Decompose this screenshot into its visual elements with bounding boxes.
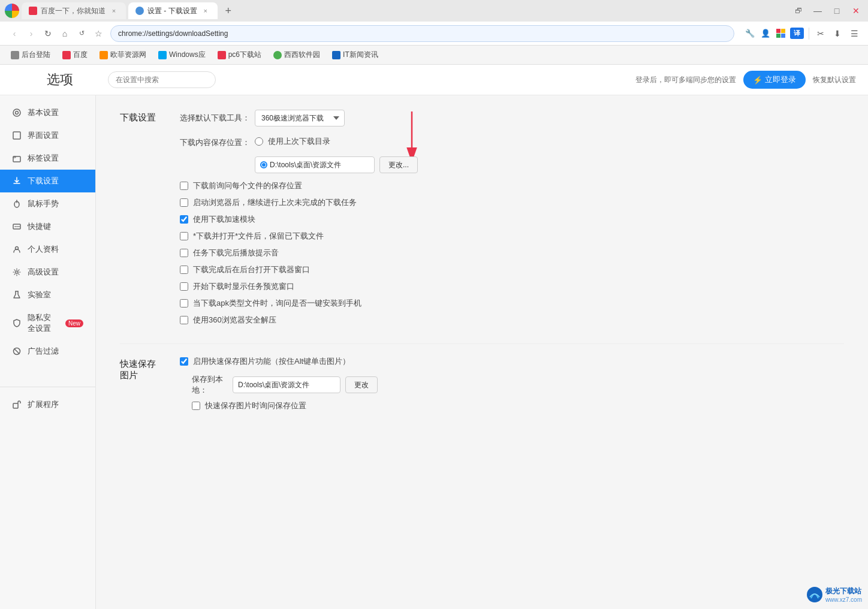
window-maximize-icon[interactable]: □ [830, 4, 844, 18]
nav-item-profile[interactable]: 个人资料 [0, 238, 95, 261]
nav-item-extensions[interactable]: 扩展程序 [0, 393, 95, 416]
nav-favorites-button[interactable]: ☆ [91, 26, 106, 41]
tab-close-baidu[interactable]: × [109, 6, 119, 16]
tab-favicon-settings [135, 7, 144, 15]
checkbox-resume-download[interactable] [180, 198, 188, 207]
nav-item-adfilter[interactable]: 广告过滤 [0, 340, 95, 363]
quick-save-change-button[interactable]: 更改 [345, 376, 378, 393]
menu-icon[interactable]: ☰ [848, 27, 861, 40]
tab-settings[interactable]: 设置 - 下载设置 × [128, 2, 218, 19]
bookmark-xiruan[interactable]: 西西软件园 [269, 48, 325, 62]
extension-icon[interactable]: 🔧 [744, 28, 756, 40]
quick-save-path-input[interactable] [233, 376, 340, 393]
new-tab-button[interactable]: + [220, 2, 237, 19]
checkbox-keep-file[interactable] [180, 232, 188, 240]
section-divider [120, 343, 844, 344]
nav-item-tabs[interactable]: 标签设置 [0, 147, 95, 170]
scissors-icon[interactable]: ✂ [814, 27, 827, 40]
quick-save-enable-label: 启用快速保存图片功能（按住Alt键单击图片） [193, 356, 350, 367]
svg-rect-9 [13, 403, 18, 408]
nav-adfilter-label: 广告过滤 [28, 346, 59, 357]
nav-history-button[interactable]: ↺ [74, 26, 89, 41]
tab-baidu[interactable]: 百度一下，你就知道 × [22, 2, 126, 19]
checkbox-row-4: 任务下载完后播放提示音 [180, 248, 844, 258]
bookmark-oufeijy[interactable]: 欧菲资源网 [95, 48, 151, 62]
save-to-label-text: 保存到本地： [192, 374, 228, 396]
checkbox-quick-save-ask-label: 快速保存图片时询问保存位置 [205, 400, 306, 411]
address-bar-input[interactable] [110, 25, 734, 42]
checkbox-accelerate-label: 使用下载加速模块 [193, 214, 255, 225]
nav-item-interface[interactable]: 界面设置 [0, 124, 95, 147]
nav-basic-label: 基本设置 [28, 107, 59, 118]
tab-settings-icon [12, 153, 22, 163]
checkbox-ask-save[interactable] [180, 182, 188, 190]
checkbox-bg-window[interactable] [180, 266, 188, 274]
restore-default-button[interactable]: 恢复默认设置 [813, 75, 856, 85]
checkbox-row-7: 当下载apk类型文件时，询问是否一键安装到手机 [180, 298, 844, 309]
download-checkbox-list: 下载前询问每个文件的保存位置 启动浏览器后，继续进行上次未完成的下载任务 使用下… [180, 180, 844, 325]
window-restore-icon[interactable]: 🗗 [791, 4, 806, 18]
bookmark-baidu[interactable]: 百度 [58, 48, 92, 62]
shortcut-icon [12, 222, 22, 231]
bookmark-it[interactable]: IT新闻资讯 [327, 48, 383, 62]
checkbox-ask-save-label: 下载前询问每个文件的保存位置 [193, 180, 302, 191]
watermark-logo-icon [806, 586, 823, 603]
nav-item-basic[interactable]: 基本设置 [0, 101, 95, 124]
bookmark-it-icon [332, 51, 340, 59]
nav-item-shortcut[interactable]: 快捷键 [0, 215, 95, 238]
bookmark-windows[interactable]: Windows应 [153, 48, 210, 62]
path-radio-indicator [260, 161, 267, 168]
checkbox-accelerate[interactable] [180, 215, 188, 224]
checkbox-apk-install[interactable] [180, 299, 188, 307]
nav-forward-button[interactable]: › [24, 26, 38, 41]
nav-item-advanced[interactable]: 高级设置 [0, 261, 95, 284]
checkbox-row-2: 使用下载加速模块 [180, 214, 844, 225]
svg-rect-2 [13, 132, 20, 139]
download-settings-icon [12, 176, 22, 186]
translate-button[interactable]: 译 [790, 28, 804, 39]
checkbox-row-3: *下载并打开*文件后，保留已下载文件 [180, 231, 844, 242]
browser-logo [5, 4, 19, 18]
tab-close-settings[interactable]: × [201, 6, 210, 16]
settings-search-input[interactable] [108, 71, 216, 88]
immediate-login-button[interactable]: ⚡ 立即登录 [743, 71, 806, 89]
nav-home-button[interactable]: ⌂ [58, 26, 72, 41]
path-row: D:\tools\桌面\资源文件 更改... [255, 156, 418, 173]
nav-item-mouse[interactable]: 鼠标手势 [0, 192, 95, 215]
nav-item-lab[interactable]: 实验室 [0, 284, 95, 306]
quick-save-section: 快速保存图片 启用快速保存图片功能（按住Alt键单击图片） 保存到本地： 更改 [120, 356, 844, 411]
bookmark-xiruan-label: 西西软件园 [284, 50, 320, 60]
radio-last-dir-input[interactable] [255, 137, 263, 146]
checkbox-row-0: 下载前询问每个文件的保存位置 [180, 180, 844, 191]
nav-back-button[interactable]: ‹ [7, 26, 22, 41]
extensions-icon [12, 400, 22, 409]
bookmark-oufeijy-icon [100, 51, 108, 59]
checkbox-quick-save-enable[interactable] [180, 357, 188, 366]
download-icon[interactable]: ⬇ [831, 27, 844, 40]
nav-refresh-button[interactable]: ↻ [41, 26, 55, 41]
window-close-icon[interactable]: ✕ [849, 4, 863, 18]
checkbox-quick-save-ask[interactable] [192, 402, 200, 410]
profile-icon[interactable]: 👤 [760, 28, 771, 40]
checkbox-safe-unzip[interactable] [180, 316, 188, 324]
privacy-badge: New [65, 319, 83, 327]
save-to-row: 保存到本地： 更改 [192, 374, 844, 396]
toolbar-separator [809, 28, 809, 40]
tab-title-settings: 设置 - 下载设置 [147, 6, 197, 16]
checkbox-preview[interactable] [180, 282, 188, 291]
bookmark-pc6-icon [218, 51, 226, 59]
change-path-button[interactable]: 更改... [379, 156, 418, 173]
bookmark-pc6[interactable]: pc6下载站 [213, 48, 266, 62]
download-tool-select[interactable]: 360极速浏览器下载 [255, 110, 345, 126]
settings-page-title: 选项 [47, 71, 73, 89]
bookmark-admin[interactable]: 后台登陆 [6, 48, 55, 62]
change-btn-container: 更改... [379, 156, 418, 173]
checkbox-play-sound[interactable] [180, 249, 188, 257]
nav-item-privacy[interactable]: 隐私安全设置 New [0, 306, 95, 340]
tab-title-baidu: 百度一下，你就知道 [41, 6, 106, 16]
interface-settings-icon [12, 131, 22, 140]
nav-item-download[interactable]: 下载设置 [0, 170, 95, 192]
window-minimize-icon[interactable]: — [810, 4, 825, 18]
svg-point-0 [13, 109, 20, 116]
advanced-settings-icon [12, 267, 22, 277]
